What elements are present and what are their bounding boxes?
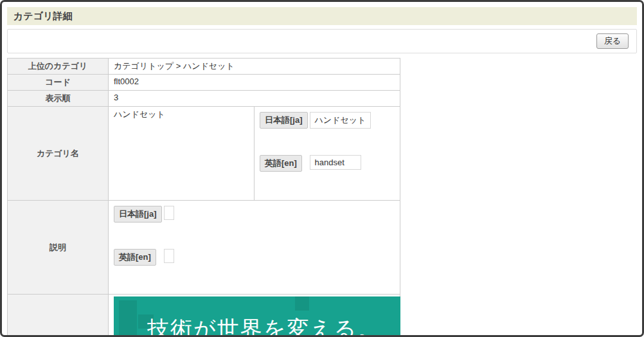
category-name-translations: 日本語[ja] ハンドセット 英語[en] handset: [255, 107, 400, 201]
image-label: 画像: [8, 295, 109, 337]
desc-lang-row-ja: 日本語[ja]: [114, 206, 174, 247]
code-value: flt0002: [109, 75, 400, 91]
desc-lang-value-en: [164, 249, 174, 263]
image-cell: 技術が世界を変える。 Technology changes the world: [109, 295, 400, 337]
category-name-value: ハンドセット: [109, 107, 255, 201]
lang-label-ja: 日本語[ja]: [260, 112, 308, 129]
category-detail-page: カテゴリ詳細 戻る 上位のカテゴリ カテゴリトップ > ハンドセット コード f…: [0, 0, 644, 337]
row-category-name: カテゴリ名 ハンドセット 日本語[ja] ハンドセット 英語[en] hands…: [8, 107, 400, 201]
description-lang-table: 日本語[ja] 英語[en]: [112, 204, 176, 292]
row-description: 説明 日本語[ja] 英語[en]: [8, 201, 400, 295]
banner-decoration: [119, 300, 137, 337]
desc-lang-label-ja: 日本語[ja]: [114, 206, 162, 223]
lang-row-ja: 日本語[ja] ハンドセット: [260, 112, 371, 153]
row-image: 画像 技術が世界を変える。 Technology changes the wor…: [8, 295, 400, 337]
description-label: 説明: [8, 201, 109, 295]
banner-decoration: [295, 296, 309, 311]
category-image: 技術が世界を変える。 Technology changes the world: [114, 296, 400, 337]
category-detail-table: 上位のカテゴリ カテゴリトップ > ハンドセット コード flt0002 表示順…: [7, 58, 400, 337]
row-display-order: 表示順 3: [8, 91, 400, 107]
desc-lang-row-en: 英語[en]: [114, 249, 174, 290]
lang-value-ja: ハンドセット: [310, 112, 371, 129]
code-label: コード: [8, 75, 109, 91]
display-order-value: 3: [109, 91, 400, 107]
lang-label-en: 英語[en]: [260, 155, 302, 172]
category-name-lang-table: 日本語[ja] ハンドセット 英語[en] handset: [258, 110, 373, 198]
desc-lang-value-ja: [164, 206, 174, 220]
row-parent-category: 上位のカテゴリ カテゴリトップ > ハンドセット: [8, 59, 400, 75]
banner-headline: 技術が世界を変える。: [147, 314, 380, 337]
parent-category-label: 上位のカテゴリ: [8, 59, 109, 75]
top-toolbar: 戻る: [7, 29, 637, 53]
description-translations: 日本語[ja] 英語[en]: [109, 201, 400, 295]
page-title: カテゴリ詳細: [7, 7, 637, 25]
row-code: コード flt0002: [8, 75, 400, 91]
category-name-label: カテゴリ名: [8, 107, 109, 201]
back-button-top[interactable]: 戻る: [596, 33, 629, 49]
lang-value-en: handset: [310, 155, 361, 170]
lang-row-en: 英語[en] handset: [260, 155, 371, 196]
desc-lang-label-en: 英語[en]: [114, 249, 156, 266]
display-order-label: 表示順: [8, 91, 109, 107]
parent-category-value: カテゴリトップ > ハンドセット: [109, 59, 400, 75]
